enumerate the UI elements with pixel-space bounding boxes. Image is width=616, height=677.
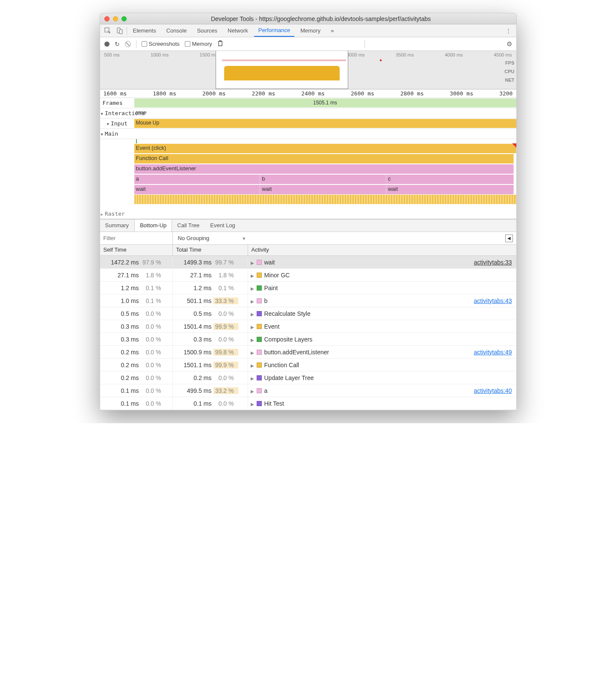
raster-row[interactable]: Raster xyxy=(100,208,516,219)
table-body: 1472.2 ms97.9 %1499.3 ms99.7 %waitactivi… xyxy=(100,256,516,410)
reload-record-button[interactable]: ↻ xyxy=(115,41,120,48)
table-row[interactable]: 0.2 ms0.0 %0.2 ms0.0 %Update Layer Tree xyxy=(100,371,516,384)
tab-elements[interactable]: Elements xyxy=(129,25,160,36)
flame-b[interactable]: b xyxy=(260,175,386,184)
kebab-menu-icon[interactable]: ⋮ xyxy=(503,26,514,36)
tab-summary[interactable]: Summary xyxy=(100,220,135,232)
col-total-time[interactable]: Total Time xyxy=(173,245,248,255)
frames-row[interactable]: Frames 1505.1 ms xyxy=(100,98,516,108)
chevron-right-icon[interactable] xyxy=(251,297,254,304)
chevron-right-icon[interactable] xyxy=(251,362,254,368)
chevron-right-icon[interactable] xyxy=(251,387,254,394)
source-link[interactable]: activitytabs:33 xyxy=(474,259,512,266)
total-ms: 0.2 ms xyxy=(173,374,213,381)
table-row[interactable]: 0.2 ms0.0 %1500.9 ms99.8 %button.addEven… xyxy=(100,346,516,359)
main-header-row[interactable]: Main xyxy=(100,129,516,139)
cpu-label: CPU xyxy=(504,69,514,74)
col-self-time[interactable]: Self Time xyxy=(100,245,173,255)
grouping-label: No Grouping xyxy=(178,235,210,241)
memory-label: Memory xyxy=(192,41,212,47)
chevron-down-icon xyxy=(239,235,246,241)
tab-memory[interactable]: Memory xyxy=(296,25,325,36)
table-row[interactable]: 1.2 ms0.1 %1.2 ms0.1 %Paint xyxy=(100,282,516,294)
device-toggle-icon[interactable] xyxy=(115,26,125,36)
chevron-right-icon[interactable] xyxy=(251,336,254,343)
chevron-right-icon[interactable] xyxy=(251,272,254,279)
source-link[interactable]: activitytabs:49 xyxy=(474,349,512,356)
table-row[interactable]: 0.1 ms0.0 %499.5 ms33.2 %aactivitytabs:4… xyxy=(100,384,516,397)
settings-icon[interactable]: ⚙ xyxy=(506,40,512,48)
tab-more[interactable]: » xyxy=(326,25,338,36)
chevron-right-icon[interactable] xyxy=(251,310,254,317)
chevron-right-icon[interactable] xyxy=(251,400,254,407)
flame-c[interactable]: c xyxy=(386,175,514,184)
tab-sources[interactable]: Sources xyxy=(192,25,222,36)
reveal-heaviest-stack-button[interactable]: ◀ xyxy=(505,235,513,242)
tab-network[interactable]: Network xyxy=(223,25,252,36)
inspect-icon[interactable] xyxy=(103,26,113,36)
total-pct: 99.9 % xyxy=(213,323,238,330)
flame-chart[interactable]: 1600 ms 1800 ms 2000 ms 2200 ms 2400 ms … xyxy=(100,89,516,219)
interactions-row[interactable]: Interactions onse xyxy=(100,108,516,119)
window-title: Developer Tools - https://googlechrome.g… xyxy=(130,15,512,22)
chevron-right-icon[interactable] xyxy=(251,259,254,266)
minimize-icon[interactable] xyxy=(113,16,118,21)
flame-event-click[interactable]: Event (click) xyxy=(134,144,516,153)
table-row[interactable]: 27.1 ms1.8 %27.1 ms1.8 %Minor GC xyxy=(100,269,516,282)
clear-button[interactable] xyxy=(125,41,131,47)
table-row[interactable]: 1.0 ms0.1 %501.1 ms33.3 %bactivitytabs:4… xyxy=(100,294,516,307)
tab-console[interactable]: Console xyxy=(162,25,191,36)
chevron-right-icon[interactable] xyxy=(251,374,254,381)
tab-performance[interactable]: Performance xyxy=(254,24,294,37)
chevron-right-icon[interactable] xyxy=(251,285,254,291)
table-row[interactable]: 0.3 ms0.0 %1501.4 ms99.9 %Event xyxy=(100,320,516,333)
input-event-bar[interactable]: Mouse Up xyxy=(134,119,516,128)
filter-row: No Grouping ◀ xyxy=(100,232,516,245)
memory-checkbox[interactable]: Memory xyxy=(185,41,212,47)
input-row[interactable]: Input Mouse Up xyxy=(100,119,516,129)
self-ms: 0.2 ms xyxy=(100,349,141,356)
source-link[interactable]: activitytabs:40 xyxy=(474,387,512,394)
separator xyxy=(364,40,365,48)
chevron-down-icon xyxy=(107,120,109,127)
garbage-collect-icon[interactable] xyxy=(217,40,223,48)
chevron-right-icon xyxy=(101,211,103,217)
table-row[interactable]: 0.1 ms0.0 %0.1 ms0.0 %Hit Test xyxy=(100,397,516,410)
grouping-select[interactable]: No Grouping xyxy=(173,235,252,241)
raster-header[interactable]: Raster xyxy=(100,211,134,217)
activity-swatch xyxy=(257,273,262,278)
flame-wait-a[interactable]: wait xyxy=(134,185,261,194)
table-row[interactable]: 1472.2 ms97.9 %1499.3 ms99.7 %waitactivi… xyxy=(100,256,516,269)
table-row[interactable]: 0.5 ms0.0 %0.5 ms0.0 %Recalculate Style xyxy=(100,307,516,320)
tab-bottom-up[interactable]: Bottom-Up xyxy=(134,220,172,232)
flame-detail-stripe[interactable] xyxy=(134,195,516,204)
maximize-icon[interactable] xyxy=(121,16,127,21)
close-icon[interactable] xyxy=(104,16,110,21)
col-activity[interactable]: Activity xyxy=(248,245,516,255)
chevron-right-icon[interactable] xyxy=(251,349,254,356)
flame-function-call[interactable]: Function Call xyxy=(134,154,514,163)
flame-wait-b[interactable]: wait xyxy=(260,185,386,194)
frame-duration[interactable]: 1505.1 ms xyxy=(134,98,516,107)
filter-input[interactable] xyxy=(100,232,173,244)
total-ms: 501.1 ms xyxy=(173,297,213,304)
flame-wait-c[interactable]: wait xyxy=(386,185,514,194)
table-row[interactable]: 0.2 ms0.0 %1501.1 ms99.9 %Function Call xyxy=(100,359,516,371)
record-button[interactable] xyxy=(104,42,110,47)
source-link[interactable]: activitytabs:43 xyxy=(474,297,512,304)
screenshots-checkbox[interactable]: Screenshots xyxy=(142,41,180,47)
chevron-right-icon[interactable] xyxy=(251,323,254,330)
table-row[interactable]: 0.3 ms0.0 %0.3 ms0.0 %Composite Layers xyxy=(100,333,516,346)
tick: 3200 xyxy=(499,90,512,97)
tab-event-log[interactable]: Event Log xyxy=(205,220,241,232)
interactions-header[interactable]: Interactions xyxy=(100,110,134,116)
input-header[interactable]: Input xyxy=(100,120,134,127)
chevron-down-icon xyxy=(101,131,103,137)
self-pct: 0.0 % xyxy=(141,323,166,330)
overview-pane[interactable]: 500 ms 1000 ms 1500 ms 2000 ms 2500 ms 3… xyxy=(100,51,516,89)
flame-a[interactable]: a xyxy=(134,175,261,184)
total-ms: 1.2 ms xyxy=(173,285,213,291)
flame-listener[interactable]: button.addEventListener xyxy=(134,164,514,174)
tab-call-tree[interactable]: Call Tree xyxy=(172,220,205,232)
main-header[interactable]: Main xyxy=(100,131,134,137)
